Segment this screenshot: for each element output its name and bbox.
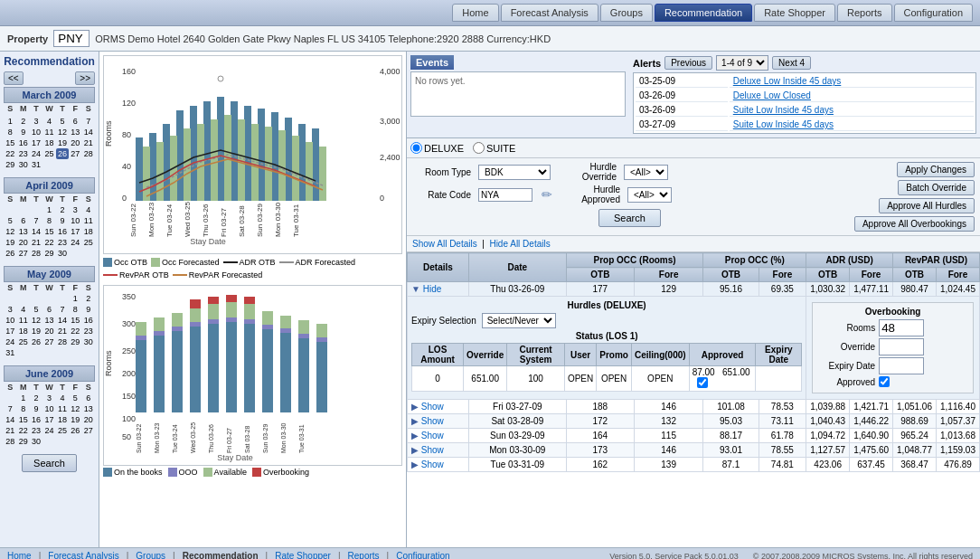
th-adr: ADR (USD) [806, 253, 893, 268]
svg-text:200: 200 [122, 369, 136, 378]
chart1-container: 160 120 80 40 0 Rooms 4,000 3,000 2,400 … [103, 55, 402, 254]
show-link-tue[interactable]: Show [421, 460, 444, 469]
overbooking-panel: Overbooking Rooms Override [812, 302, 974, 393]
cal-day[interactable]: 1 [4, 116, 16, 127]
search-button-container: Search [412, 207, 847, 229]
svg-text:3,000: 3,000 [380, 117, 400, 126]
sidebar-search-button[interactable]: Search [22, 454, 77, 472]
ob-expiry-input[interactable] [879, 357, 924, 374]
svg-text:100: 100 [122, 414, 136, 423]
approve-all-overbookings-btn[interactable]: Approve All Overbookings [854, 216, 975, 232]
alert-link[interactable]: Suite Low Inside 45 days [733, 119, 834, 129]
status-header: Status (LOS 1) [411, 331, 802, 341]
show-link-mon[interactable]: Show [421, 445, 444, 455]
data-section: Show All Details | Hide All Details Deta… [407, 236, 980, 547]
show-link-sun[interactable]: Show [421, 431, 444, 441]
apply-changes-btn[interactable]: Apply Changes [897, 162, 975, 177]
suite-radio[interactable] [473, 142, 485, 154]
form-left: Room Type BDK Hurdle Override <All> Rate… [412, 162, 847, 232]
svg-text:80: 80 [122, 130, 131, 139]
alert-link[interactable]: Deluxe Low Inside 45 days [733, 76, 842, 86]
alert-link[interactable]: Suite Low Inside 45 days [733, 105, 834, 115]
chart1-svg: 160 120 80 40 0 Rooms 4,000 3,000 2,400 … [104, 56, 402, 251]
footer-link-recommendation[interactable]: Recommendation [183, 551, 259, 559]
date-sun: Sun 03-29-09 [468, 429, 566, 443]
alerts-prev-btn[interactable]: Previous [664, 56, 712, 70]
nav-tab-forecast[interactable]: Forecast Analysis [501, 4, 598, 22]
nav-tab-groups[interactable]: Groups [600, 4, 653, 22]
suite-radio-label[interactable]: SUITE [473, 142, 515, 154]
alerts-next-btn[interactable]: Next 4 [772, 56, 811, 70]
rate-code-input[interactable] [478, 188, 532, 202]
alert-link[interactable]: Deluxe Low Closed [733, 90, 811, 100]
svg-rect-16 [217, 97, 224, 201]
svg-rect-35 [292, 136, 299, 201]
th-prop-occ-pct: Prop OCC (%) [703, 253, 806, 268]
expiry-select[interactable]: Select/Never [482, 313, 556, 328]
approved-checkbox[interactable] [697, 377, 708, 388]
ob-rooms-input[interactable] [879, 319, 924, 336]
deluxe-radio-label[interactable]: DELUXE [410, 142, 464, 154]
th-revpar: RevPAR (USD) [893, 253, 980, 268]
ob-approved-row: Approved [816, 376, 969, 387]
property-code-input[interactable] [53, 30, 90, 47]
main-layout: Recommendation << >> March 2009 SMTWTFS … [0, 52, 980, 547]
footer-link-configuration[interactable]: Configuration [396, 551, 449, 559]
ob-expiry-label: Expiry Date [816, 361, 875, 371]
show-all-link[interactable]: Show All Details [412, 239, 477, 249]
pct-fore-thu: 69.35 [759, 282, 806, 297]
room-type-section: DELUXE SUITE [407, 138, 980, 158]
occ-otb-thu: 177 [566, 282, 634, 297]
svg-rect-70 [190, 299, 201, 308]
svg-text:0: 0 [380, 194, 384, 203]
footer-link-groups[interactable]: Groups [136, 551, 165, 559]
ob-override-input[interactable] [879, 338, 924, 355]
hurdle-override-select[interactable]: <All> [624, 165, 668, 180]
batch-override-btn[interactable]: Batch Override [898, 180, 975, 195]
hide-all-link[interactable]: Hide All Details [489, 239, 550, 249]
legend-occ-otb-box [103, 258, 112, 267]
calendar-prev-btn[interactable]: << [4, 71, 24, 85]
show-link-fri[interactable]: Show [421, 402, 444, 412]
ob-approved-checkbox[interactable] [879, 376, 890, 387]
svg-text:Mon 03-30: Mon 03-30 [274, 202, 282, 237]
chart2-container: Rooms 350 300 250 200 150 100 50 [103, 285, 402, 466]
svg-rect-20 [271, 112, 278, 201]
nav-tab-configuration[interactable]: Configuration [894, 4, 973, 22]
svg-rect-63 [154, 317, 165, 331]
show-link-sat[interactable]: Show [421, 416, 444, 426]
events-left: Events No rows yet. [410, 55, 626, 134]
nav-tab-home[interactable]: Home [452, 4, 498, 22]
svg-text:Sun 03-22: Sun 03-22 [129, 204, 137, 237]
svg-text:250: 250 [122, 346, 136, 355]
deluxe-radio[interactable] [410, 142, 422, 154]
hide-cell: ▼ Hide [408, 282, 469, 297]
rate-code-icon-btn[interactable]: ✏ [540, 187, 554, 202]
adr-otb-thu: 1,030.32 [806, 282, 850, 297]
footer-link-home[interactable]: Home [7, 551, 32, 559]
hurdle-approved-select[interactable]: <All> [627, 187, 672, 203]
svg-rect-89 [298, 338, 309, 412]
alert-date: 03-27-09 [636, 118, 728, 131]
calendar-next-btn[interactable]: >> [75, 71, 95, 85]
approve-all-hurdles-btn[interactable]: Approve All Hurdles [879, 198, 975, 213]
legend-revpar-otb-line [103, 274, 118, 276]
svg-rect-94 [316, 324, 327, 337]
room-type-select[interactable]: BDK [478, 165, 551, 180]
svg-rect-71 [208, 324, 219, 412]
alerts-page-select[interactable]: 1-4 of 9 [716, 55, 768, 71]
expiry-row: Expiry Selection Select/Never [411, 313, 802, 328]
svg-rect-76 [226, 317, 237, 322]
hurdles-header-row: LOS Amount Override Current System User … [412, 344, 802, 366]
footer-link-reports[interactable]: Reports [348, 551, 380, 559]
nav-tab-recommendation[interactable]: Recommendation [655, 4, 752, 22]
footer-link-rateshopper[interactable]: Rate Shopper [275, 551, 331, 559]
svg-rect-36 [306, 142, 313, 201]
chart2-svg: Rooms 350 300 250 200 150 100 50 [104, 286, 402, 462]
nav-tab-rateshopper[interactable]: Rate Shopper [754, 4, 835, 22]
footer-link-forecast[interactable]: Forecast Analysis [48, 551, 118, 559]
events-header: Events [410, 55, 454, 70]
search-button[interactable]: Search [598, 209, 661, 227]
nav-tab-reports[interactable]: Reports [837, 4, 892, 22]
hide-link[interactable]: Hide [423, 284, 442, 294]
